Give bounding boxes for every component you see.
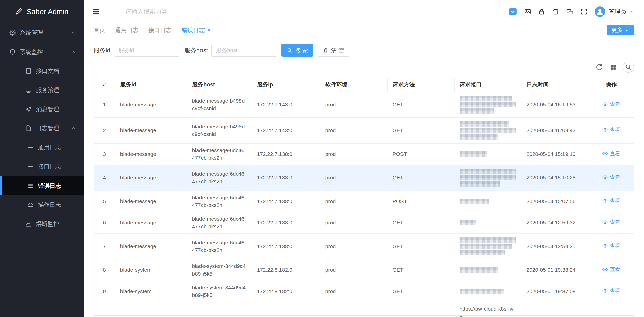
sidebar-item-api-docs[interactable]: 接口文档 bbox=[0, 61, 84, 80]
eye-icon bbox=[602, 243, 608, 249]
cell-service-id: blade-message bbox=[115, 165, 187, 191]
menu-collapse-button[interactable] bbox=[92, 8, 100, 16]
sidebar-item-system-monitor[interactable]: 系统监控 bbox=[0, 42, 84, 61]
tab-api-log[interactable]: 接口日志 bbox=[148, 26, 172, 34]
row-index: 5 bbox=[94, 191, 115, 212]
sidebar-item-circuit-breaker-monitor[interactable]: 熔断监控 bbox=[0, 214, 84, 233]
table-row[interactable]: 3blade-messageblade-message-6dc46477cb-b… bbox=[94, 144, 634, 165]
table-row[interactable]: 1blade-messageblade-message-b498dc9cf-cs… bbox=[94, 92, 634, 118]
sidebar-item-api-log[interactable]: 接口日志 bbox=[0, 157, 84, 176]
column-header: 请求接口 bbox=[455, 78, 521, 92]
cell-method: GET bbox=[388, 92, 455, 118]
sidebar-item-label: 操作日志 bbox=[38, 201, 61, 209]
lock-icon[interactable] bbox=[538, 8, 545, 15]
column-header: # bbox=[94, 78, 115, 92]
cell-request-api bbox=[455, 259, 521, 281]
table-row[interactable]: 7blade-messageblade-message-6dc46477cb-b… bbox=[94, 234, 634, 259]
sidebar-item-label: 错误日志 bbox=[38, 182, 61, 190]
fullscreen-icon[interactable] bbox=[580, 8, 588, 15]
column-settings-button[interactable] bbox=[609, 63, 617, 71]
view-button[interactable]: 查看 bbox=[602, 266, 620, 273]
chevron-up-icon bbox=[71, 49, 76, 54]
view-button[interactable]: 查看 bbox=[602, 218, 620, 226]
horizontal-scrollbar[interactable] bbox=[94, 315, 634, 316]
tab-close-icon[interactable]: × bbox=[207, 27, 211, 33]
cell-service-ip: 172.22.7.143:0 bbox=[252, 92, 320, 118]
column-header: 软件环境 bbox=[320, 78, 388, 92]
cell-service-ip: 172.22.7.143:0 bbox=[252, 118, 320, 144]
cell-env: prod bbox=[320, 191, 388, 212]
sidebar-item-message-management[interactable]: 消息管理 bbox=[0, 100, 84, 119]
view-button[interactable]: 查看 bbox=[602, 150, 620, 157]
multi-screen-icon[interactable] bbox=[566, 8, 574, 15]
cell-method: GET bbox=[388, 118, 455, 144]
column-header: 服务ip bbox=[252, 78, 320, 92]
view-button[interactable]: 查看 bbox=[602, 100, 620, 108]
global-search-input[interactable] bbox=[125, 8, 231, 15]
sidebar-item-operation-log[interactable]: 操作日志 bbox=[0, 195, 84, 214]
chevron-down-icon bbox=[629, 9, 635, 14]
screenshot-icon[interactable] bbox=[524, 8, 531, 15]
cell-request-api bbox=[455, 234, 521, 259]
column-header: 日志时间 bbox=[521, 78, 588, 92]
sidebar-item-general-log[interactable]: 通用日志 bbox=[0, 138, 84, 157]
redacted-request-api bbox=[460, 175, 516, 180]
cell-service-host: blade-system-844d9c4b89-j5k5l bbox=[187, 281, 252, 302]
user-menu[interactable]: 管理员 bbox=[595, 6, 635, 17]
redacted-request-api bbox=[460, 199, 489, 204]
table-row[interactable]: 4blade-messageblade-message-6dc46477cb-b… bbox=[94, 165, 634, 191]
version-toggle-icon[interactable] bbox=[509, 7, 517, 16]
tab-error-log[interactable]: 错误日志× bbox=[182, 26, 211, 34]
view-button[interactable]: 查看 bbox=[602, 173, 620, 181]
tab-label: 接口日志 bbox=[148, 26, 172, 34]
list-icon bbox=[27, 163, 34, 170]
table-row[interactable]: 9blade-systemblade-system-844d9c4b89-j5k… bbox=[94, 281, 634, 302]
service-host-input[interactable] bbox=[211, 44, 277, 57]
view-button-label: 查看 bbox=[610, 100, 620, 108]
refresh-button[interactable] bbox=[596, 63, 603, 71]
view-button[interactable]: 查看 bbox=[602, 242, 620, 250]
eye-icon bbox=[602, 267, 608, 272]
table-header-row: #服务id服务host服务ip软件环境请求方法请求接口日志时间操作 bbox=[94, 78, 634, 92]
theme-icon[interactable] bbox=[552, 8, 559, 15]
table-row[interactable]: 8blade-systemblade-system-844d9c4b89-j5k… bbox=[94, 259, 634, 281]
search-button-label: 搜 索 bbox=[295, 47, 308, 54]
sidebar-item-service-governance[interactable]: 服务治理 bbox=[0, 80, 84, 100]
service-id-input[interactable] bbox=[114, 44, 180, 57]
redacted-request-api bbox=[460, 169, 516, 174]
avatar bbox=[595, 6, 605, 17]
cell-service-host: blade-message-b498dc9cf-csnld bbox=[187, 118, 252, 144]
clear-button[interactable]: 清 空 bbox=[317, 44, 350, 57]
cell-actions: 查看 bbox=[588, 118, 634, 144]
sidebar-item-error-log[interactable]: 错误日志 bbox=[0, 176, 84, 195]
view-button[interactable]: 查看 bbox=[602, 126, 620, 134]
redacted-request-api bbox=[460, 134, 498, 140]
book-icon bbox=[25, 68, 32, 74]
sidebar-item-log-management[interactable]: 日志管理 bbox=[0, 119, 84, 138]
table-row[interactable]: 5blade-messageblade-message-6dc46477cb-b… bbox=[94, 191, 634, 212]
cell-log-time: 2020-05-04 12:59:32 bbox=[521, 212, 588, 234]
row-index: 8 bbox=[94, 259, 115, 281]
cell-log-time: 2020-05-04 16:19:53 bbox=[521, 92, 588, 118]
service-icon bbox=[25, 87, 32, 94]
sidebar-item-label: 熔断监控 bbox=[36, 220, 59, 228]
redacted-request-api bbox=[460, 151, 487, 157]
row-index: 3 bbox=[94, 144, 115, 165]
search-toggle-button[interactable] bbox=[623, 62, 634, 73]
tab-home[interactable]: 首页 bbox=[94, 26, 105, 34]
cell-log-time: 2020-05-04 16:03:42 bbox=[521, 118, 588, 144]
view-button[interactable]: 查看 bbox=[602, 197, 620, 205]
sidebar-item-system-management[interactable]: 系统管理 bbox=[0, 23, 84, 42]
view-button[interactable]: 查看 bbox=[602, 287, 620, 295]
redacted-request-api bbox=[460, 250, 505, 255]
tab-general-log[interactable]: 通用日志 bbox=[115, 26, 138, 34]
tab-label: 通用日志 bbox=[115, 26, 138, 34]
chevron-down-icon bbox=[624, 28, 629, 33]
search-button[interactable]: 搜 索 bbox=[281, 44, 313, 57]
cell-actions: 查看 bbox=[588, 165, 634, 191]
cell-service-id: blade-message bbox=[115, 144, 187, 165]
cell-actions: 查看 bbox=[588, 259, 634, 281]
table-row[interactable]: 6blade-messageblade-message-6dc46477cb-b… bbox=[94, 212, 634, 234]
more-button[interactable]: 更多 bbox=[607, 25, 634, 35]
table-row[interactable]: 2blade-messageblade-message-b498dc9cf-cs… bbox=[94, 118, 634, 144]
